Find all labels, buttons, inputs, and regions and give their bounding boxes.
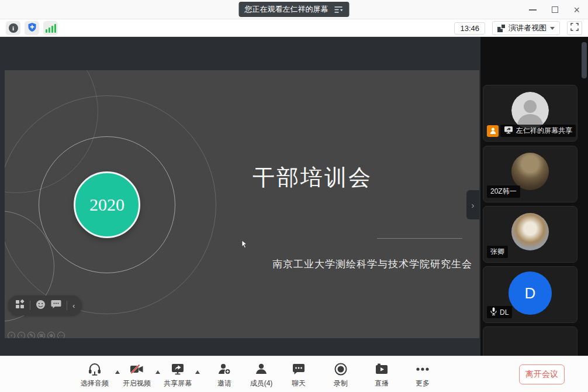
invite-icon <box>217 361 232 377</box>
screen-share-icon <box>170 361 186 377</box>
prev-slide-icon[interactable]: ‹ <box>8 332 15 338</box>
minimize-button[interactable] <box>529 9 537 11</box>
button-label: 开启视频 <box>123 379 151 388</box>
avatar: D <box>509 271 552 315</box>
pen-tool-icon[interactable]: ✎ <box>27 332 35 338</box>
collapse-pill-icon[interactable]: ‹ <box>72 301 75 310</box>
video-options-caret[interactable] <box>155 370 160 374</box>
meeting-info-button[interactable]: i <box>6 21 20 35</box>
participant-tile[interactable]: D DL <box>483 266 577 323</box>
share-screen-button[interactable]: 共享屏幕 <box>161 361 194 388</box>
avatar <box>511 213 549 250</box>
audio-options-caret[interactable] <box>115 370 120 374</box>
top-toolbar-right: 13:46 演讲者视图 <box>454 21 582 35</box>
shared-screen-stage: 2020 干部培训会 南京工业大学测绘科学与技术学院研究生会 <box>0 37 480 356</box>
participant-name: 张卿 <box>490 247 504 257</box>
chevron-right-icon: › <box>472 200 475 210</box>
button-label: 成员(4) <box>250 379 273 388</box>
security-button[interactable] <box>25 21 39 35</box>
sidebar-scrollbar[interactable] <box>582 37 587 356</box>
camera-off-icon <box>129 361 145 377</box>
button-label: 邀请 <box>217 379 231 388</box>
chevron-down-icon <box>550 27 555 30</box>
participant-name: 左仁祥的屏幕共享 <box>516 126 572 136</box>
start-video-button[interactable]: 开启视频 <box>120 361 153 388</box>
avatar <box>511 153 549 190</box>
name-chip: DL <box>487 306 512 318</box>
slide-grid-icon[interactable] <box>15 300 25 311</box>
mouse-cursor-icon <box>241 240 248 250</box>
signal-bars-icon <box>46 24 56 33</box>
button-label: 录制 <box>334 379 348 388</box>
close-button[interactable]: × <box>573 5 580 15</box>
top-toolbar: i 13:46 演讲者视图 <box>0 19 588 37</box>
slide-title: 干部培训会 <box>253 163 372 192</box>
maximize-button[interactable] <box>552 6 558 13</box>
more-button[interactable]: 更多 <box>409 361 437 388</box>
title-bar: 您正在观看左仁祥的屏幕 × <box>0 0 588 19</box>
participant-tile[interactable]: 20Z韩一 <box>483 146 577 202</box>
view-mode-label: 演讲者视图 <box>509 23 547 33</box>
chat-button[interactable]: 聊天 <box>285 361 313 388</box>
network-quality-button[interactable] <box>43 21 58 35</box>
record-icon <box>333 361 348 377</box>
live-stream-button[interactable]: 直播 <box>368 361 396 388</box>
watching-banner-text: 您正在观看左仁祥的屏幕 <box>245 4 328 15</box>
smiley-icon[interactable] <box>36 300 46 312</box>
participant-label: DL <box>487 306 512 318</box>
pill-divider <box>67 301 67 310</box>
participant-label: 20Z韩一 <box>487 185 520 198</box>
avatar <box>511 92 549 129</box>
presenter-toolbar: ‹ <box>8 295 82 315</box>
screen-share-icon <box>504 126 513 136</box>
live-icon <box>374 361 389 377</box>
microphone-icon <box>490 307 497 317</box>
participants-sidebar: 左仁祥的屏幕共享 20Z韩一 张卿 <box>480 37 588 356</box>
comment-bubble-icon[interactable] <box>51 300 61 311</box>
button-label: 选择音频 <box>81 379 109 388</box>
layout-icon <box>497 25 505 32</box>
avatar-letter: D <box>525 284 536 302</box>
show-all-slides-icon[interactable]: ⊞ <box>37 332 45 338</box>
zoom-tool-icon[interactable]: ⊕ <box>47 332 55 338</box>
fullscreen-icon <box>570 23 579 33</box>
name-chip: 20Z韩一 <box>487 185 520 198</box>
banner-menu-icon[interactable] <box>334 5 344 13</box>
members-button[interactable]: 成员(4) <box>244 361 279 388</box>
participant-tile[interactable]: 张卿 <box>483 206 577 263</box>
main-area: 2020 干部培训会 南京工业大学测绘科学与技术学院研究生会 <box>0 37 588 356</box>
sidebar-collapse-handle[interactable]: › <box>466 190 479 219</box>
watching-banner[interactable]: 您正在观看左仁祥的屏幕 <box>239 2 350 17</box>
slideshow-controls: ‹ › ✎ ⊞ ⊕ ⋯ <box>8 332 65 338</box>
leave-meeting-button[interactable]: 离开会议 <box>519 365 565 384</box>
presentation-slide: 2020 干部培训会 南京工业大学测绘科学与技术学院研究生会 <box>5 70 479 338</box>
button-label: 直播 <box>375 379 389 388</box>
year-badge-text: 2020 <box>89 195 124 215</box>
shield-icon <box>27 22 37 35</box>
participant-tile-partial[interactable] <box>483 326 577 356</box>
participant-tile[interactable]: 左仁祥的屏幕共享 <box>483 85 577 142</box>
presenter-icon <box>487 125 499 137</box>
info-icon: i <box>9 23 18 33</box>
share-options-caret[interactable] <box>195 370 200 374</box>
members-icon <box>254 361 269 377</box>
select-audio-button[interactable]: 选择音频 <box>78 361 111 388</box>
button-label: 更多 <box>416 379 430 388</box>
record-button[interactable]: 录制 <box>327 361 355 388</box>
top-toolbar-left: i <box>6 21 58 35</box>
name-chip: 左仁祥的屏幕共享 <box>500 125 576 137</box>
scrollbar-thumb[interactable] <box>582 42 587 78</box>
view-mode-dropdown[interactable]: 演讲者视图 <box>492 21 560 35</box>
more-icon <box>415 361 430 377</box>
fullscreen-button[interactable] <box>567 21 582 35</box>
meeting-timer: 13:46 <box>454 22 485 35</box>
slide-divider-line <box>377 238 462 239</box>
next-slide-icon[interactable]: › <box>18 332 25 338</box>
participant-label: 左仁祥的屏幕共享 <box>487 125 576 137</box>
name-chip: 张卿 <box>487 246 508 258</box>
invite-button[interactable]: 邀请 <box>208 361 241 388</box>
more-options-icon[interactable]: ⋯ <box>57 332 65 338</box>
slide-subtitle: 南京工业大学测绘科学与技术学院研究生会 <box>272 257 472 271</box>
participant-name: 20Z韩一 <box>490 187 517 197</box>
window-controls: × <box>529 0 580 19</box>
